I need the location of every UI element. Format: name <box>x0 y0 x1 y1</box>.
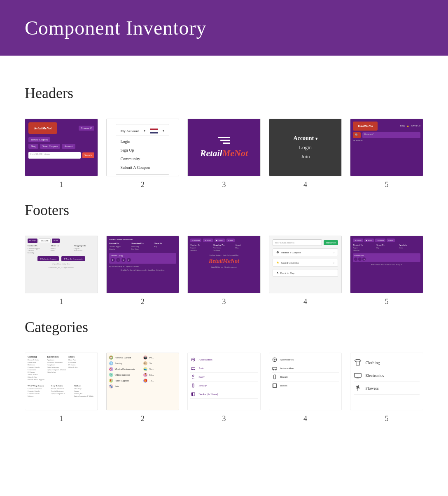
cat-thumb-item-3: Accessories Auto Baby <box>187 353 261 423</box>
footer-preview-3[interactable]: fb RetailMe ✉ MeNot ▶ Connect ✉ Send Con… <box>187 236 261 293</box>
headers-section: Headers RetailMeNot Browse C Browse Coup… <box>25 84 423 189</box>
footers-row: ◉ Google fb RetailMe ✉ Twit Contact Us C… <box>25 236 423 306</box>
cat4-accessories[interactable]: Accessories <box>272 356 339 364</box>
cat3-accessories[interactable]: Accessories <box>190 356 258 364</box>
cat4-accessories-icon <box>272 357 278 363</box>
footer-preview-4[interactable]: Your Email Address Subscribe ⊕ Submit a … <box>269 236 342 293</box>
header-thumb-item-5: RetailMeNot Blog ★ Saved Co 🔍 Browse C o… <box>350 119 423 189</box>
dropdown-community[interactable]: Community <box>116 154 169 163</box>
dropdown-arrow: ▼ <box>143 129 146 133</box>
cat-label-1: 1 <box>59 414 63 423</box>
header-thumb-item-2: My Account ▼ ▼ Login Sign Up Community S… <box>106 119 180 189</box>
footer-preview-5[interactable]: fb RailMe ▶ MeNot P Pinterest ✉ Send Con… <box>350 236 423 293</box>
footer-thumb-item-4: Your Email Address Subscribe ⊕ Submit a … <box>269 236 342 306</box>
cat2-home[interactable]: 🏠 Home & Garden <box>109 356 142 360</box>
footer-thumb-item-2: Connect with RetailMeNot Contact Us Cust… <box>106 236 180 306</box>
dropdown-login[interactable]: Login <box>116 137 169 146</box>
h5-search: 🔍 Browse C <box>353 132 420 138</box>
cat2-sp[interactable]: 🏃 Sp... <box>143 373 176 377</box>
h5-search-input: Browse C <box>362 132 420 138</box>
footer-label-2: 2 <box>141 297 145 306</box>
cat2-office[interactable]: 📎 Office Supplies <box>109 373 142 377</box>
cat2-pets[interactable]: 🐾 Pets <box>109 384 142 388</box>
header-label-4: 4 <box>303 180 307 189</box>
submit-coupon-row[interactable]: ⊕ Submit a Coupon › <box>273 248 338 256</box>
blog-btn: Blog <box>28 144 38 149</box>
saved-coupons-row[interactable]: ★ Saved Coupons › <box>273 259 338 267</box>
cat5-clothing[interactable]: Clothing <box>354 356 420 369</box>
cat-preview-1[interactable]: Clothing Dresses & Skirts Formal wear Ha… <box>25 353 98 410</box>
cat-preview-5[interactable]: Clothing Electronics Flowers <box>350 353 423 410</box>
page-header: Component Inventory <box>0 0 448 56</box>
footers-section: Footers ◉ Google fb RetailMe ✉ Twit Cont… <box>25 201 423 306</box>
cat-label-5: 5 <box>385 414 389 423</box>
rmn-logo-big: RetailMeNot <box>200 148 248 159</box>
footer-thumb-item-3: fb RetailMe ✉ MeNot ▶ Connect ✉ Send Con… <box>187 236 261 306</box>
page-content: Headers RetailMeNot Browse C Browse Coup… <box>0 56 448 452</box>
cat4-books[interactable]: Books <box>272 381 339 390</box>
dropdown-submit[interactable]: Submit A Coupon <box>116 163 169 172</box>
cat5-flowers-icon <box>354 384 362 392</box>
cat2-jewelry[interactable]: 💎 Jewelry <box>109 361 142 365</box>
saved-coupons-arrow: › <box>334 261 335 264</box>
hamburger-icon <box>218 137 230 144</box>
cat2-shoes[interactable]: 👟 Sh... <box>143 367 176 371</box>
cat2-to[interactable]: 🎁 To... <box>143 379 176 383</box>
cat5-flowers[interactable]: Flowers <box>354 382 420 395</box>
cat-thumb-item-2: 🏠 Home & Garden 📷 Ph... 💎 Jewelry ✂ <box>106 353 180 423</box>
header-preview-3[interactable]: RetailMeNot <box>187 119 261 176</box>
cat4-accessories-label: Accessories <box>280 358 294 361</box>
cat3-books[interactable]: Books (& News) <box>190 390 258 399</box>
cat-preview-3[interactable]: Accessories Auto Baby <box>187 353 261 410</box>
header-preview-4[interactable]: Account ▾ Login Join <box>269 119 342 176</box>
svg-point-4 <box>192 375 194 377</box>
header-label-2: 2 <box>141 180 145 189</box>
cat-preview-2[interactable]: 🏠 Home & Garden 📷 Ph... 💎 Jewelry ✂ <box>106 353 180 410</box>
cat4-automotive[interactable]: Automotive <box>272 364 339 373</box>
cat-label-2: 2 <box>141 414 145 423</box>
cat3-books-label: Books (& News) <box>198 393 218 396</box>
cat2-photo[interactable]: 📷 Ph... <box>143 356 176 360</box>
account-title: Account ▾ <box>293 135 317 142</box>
footer-email-input[interactable]: Your Email Address <box>273 239 322 246</box>
submit-coupon-text: Submit a Coupon <box>281 251 301 254</box>
saved-coupons-text: Saved Coupons <box>281 261 299 264</box>
cat5-flowers-label: Flowers <box>365 386 378 391</box>
dropdown-menu: My Account ▼ ▼ Login Sign Up Community S… <box>116 124 169 175</box>
flag-icon <box>150 129 158 133</box>
cat-label-3: 3 <box>222 414 226 423</box>
footer-subscribe-btn[interactable]: Subscribe <box>324 240 338 245</box>
join-item[interactable]: Join <box>301 153 310 160</box>
header-preview-1[interactable]: RetailMeNot Browse C Browse Coupons Blog… <box>25 119 98 176</box>
cat5-electronics[interactable]: Electronics <box>354 369 420 382</box>
account-btn: Account <box>62 144 75 149</box>
cat-preview-4[interactable]: Accessories Automotive Beauty <box>269 353 342 410</box>
cat2-party[interactable]: 🎉 Party Supplies <box>109 379 142 383</box>
cat2-music[interactable]: 🎸 Musical Instruments <box>109 367 142 371</box>
cat2-san[interactable]: ✂ Sa... <box>143 361 176 365</box>
my-account-label: My Account <box>120 129 139 133</box>
cat-thumb-item-1: Clothing Dresses & Skirts Formal wear Ha… <box>25 353 98 423</box>
cat3-baby-label: Baby <box>198 375 205 379</box>
h5-logo: RetailMeNot <box>353 122 378 131</box>
footers-section-title: Footers <box>25 201 423 219</box>
footer-preview-1[interactable]: ◉ Google fb RetailMe ✉ Twit Contact Us C… <box>25 236 98 293</box>
cat4-beauty[interactable]: Beauty <box>272 373 339 381</box>
footer-preview-2[interactable]: Connect with RetailMeNot Contact Us Cust… <box>106 236 180 293</box>
header-preview-2[interactable]: My Account ▼ ▼ Login Sign Up Community S… <box>106 119 180 176</box>
headers-section-title: Headers <box>25 84 423 102</box>
cat3-beauty[interactable]: Beauty <box>190 381 258 390</box>
categories-section-title: Categories <box>25 318 423 336</box>
saved-coupons-star-icon: ★ <box>276 261 279 264</box>
header-preview-5[interactable]: RetailMeNot Blog ★ Saved Co 🔍 Browse C o… <box>350 119 423 176</box>
dropdown-signup[interactable]: Sign Up <box>116 146 169 154</box>
header-label-1: 1 <box>59 180 63 189</box>
accessories-icon <box>190 357 196 363</box>
cat3-auto[interactable]: Auto <box>190 364 258 373</box>
footer-label-4: 4 <box>303 297 307 306</box>
cat3-baby[interactable]: Baby <box>190 373 258 381</box>
back-to-top-row[interactable]: ∧ Back to Top <box>273 269 338 277</box>
auto-icon <box>190 365 196 371</box>
page-title: Component Inventory <box>25 16 423 39</box>
login-item[interactable]: Login <box>299 144 312 151</box>
